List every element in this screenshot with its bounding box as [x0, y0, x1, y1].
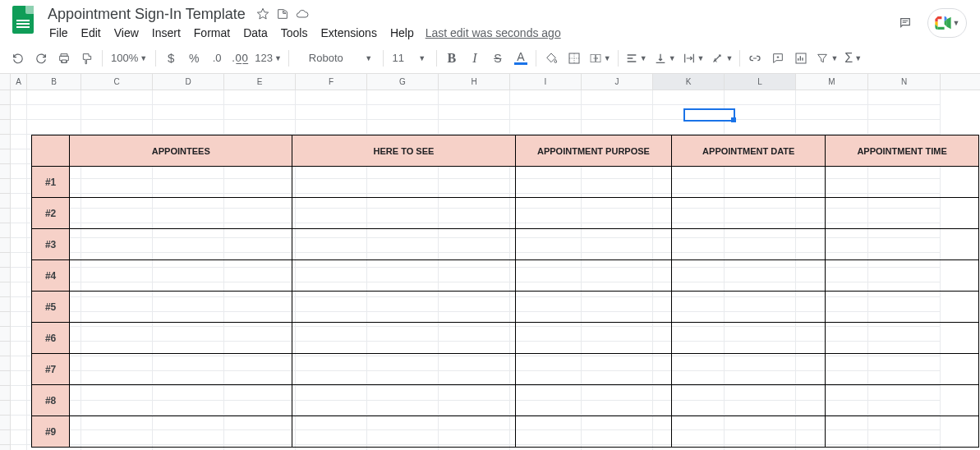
table-cell[interactable] [515, 354, 672, 385]
table-cell[interactable] [672, 167, 826, 198]
col-header-M[interactable]: M [796, 74, 868, 90]
row-header-16[interactable] [0, 312, 10, 327]
row-header-20[interactable] [0, 371, 10, 386]
menu-edit[interactable]: Edit [75, 23, 108, 43]
row-header-15[interactable] [0, 297, 10, 312]
table-cell[interactable] [515, 385, 672, 416]
menu-tools[interactable]: Tools [274, 23, 315, 43]
table-cell[interactable] [515, 260, 672, 292]
table-cell[interactable] [70, 323, 292, 354]
row-header-3[interactable] [0, 120, 10, 135]
currency-button[interactable]: $ [159, 48, 182, 69]
row-header-9[interactable] [0, 209, 10, 223]
meet-button[interactable]: ▼ [927, 8, 967, 38]
col-header-J[interactable]: J [582, 74, 653, 90]
table-cell[interactable] [292, 416, 515, 448]
row-header-6[interactable] [0, 164, 10, 179]
row-header-25[interactable] [0, 445, 10, 450]
col-header-F[interactable]: F [296, 74, 367, 90]
col-header-A[interactable]: A [11, 74, 27, 90]
star-icon[interactable] [255, 7, 270, 21]
table-cell[interactable] [70, 292, 292, 323]
redo-button[interactable] [30, 48, 53, 69]
table-cell[interactable] [515, 292, 672, 323]
col-header-K[interactable]: K [653, 74, 725, 90]
table-cell[interactable] [672, 198, 826, 229]
col-header-N[interactable]: N [868, 74, 941, 90]
col-header-G[interactable]: G [367, 74, 439, 90]
row-header-13[interactable] [0, 268, 10, 282]
table-cell[interactable] [672, 260, 826, 292]
row-header-24[interactable] [0, 430, 10, 445]
menu-format[interactable]: Format [187, 23, 237, 43]
strikethrough-button[interactable]: S [486, 48, 509, 69]
table-cell[interactable] [70, 229, 292, 260]
wrap-button[interactable]: ▼ [679, 48, 708, 69]
row-header-5[interactable] [0, 149, 10, 164]
row-header-23[interactable] [0, 416, 10, 430]
table-cell[interactable] [826, 260, 979, 292]
col-header-C[interactable]: C [81, 74, 153, 90]
select-all-corner[interactable] [0, 74, 11, 90]
table-cell[interactable] [70, 385, 292, 416]
table-cell[interactable] [826, 229, 979, 260]
fill-color-button[interactable] [540, 48, 563, 69]
percent-button[interactable]: % [182, 48, 205, 69]
comment-button[interactable] [766, 48, 789, 69]
col-header-H[interactable]: H [439, 74, 510, 90]
spreadsheet-canvas[interactable]: APPOINTEESHERE TO SEEAPPOINTMENT PURPOSE… [11, 90, 980, 450]
row-header-14[interactable] [0, 282, 10, 297]
table-cell[interactable] [70, 260, 292, 292]
italic-button[interactable]: I [463, 48, 486, 69]
document-title[interactable]: Appointment Sign-In Template [43, 4, 251, 25]
row-header-22[interactable] [0, 401, 10, 416]
zoom-select[interactable]: 100%▼ [106, 48, 152, 69]
decrease-decimal-button[interactable]: .0 [205, 48, 228, 69]
paint-format-button[interactable] [76, 48, 99, 69]
table-cell[interactable] [70, 198, 292, 229]
table-cell[interactable] [672, 416, 826, 448]
row-header-1[interactable] [0, 90, 10, 105]
cloud-icon[interactable] [295, 7, 310, 21]
col-header-B[interactable]: B [27, 74, 81, 90]
col-header-L[interactable]: L [725, 74, 796, 90]
table-cell[interactable] [292, 260, 515, 292]
row-header-10[interactable] [0, 223, 10, 238]
table-cell[interactable] [672, 292, 826, 323]
table-cell[interactable] [515, 229, 672, 260]
undo-button[interactable] [7, 48, 30, 69]
table-cell[interactable] [292, 292, 515, 323]
increase-decimal-button[interactable]: .0̲0̲ [228, 48, 251, 69]
table-cell[interactable] [292, 229, 515, 260]
row-header-18[interactable] [0, 342, 10, 356]
table-cell[interactable] [292, 385, 515, 416]
table-cell[interactable] [292, 323, 515, 354]
font-select[interactable]: Roboto [292, 48, 357, 69]
col-header-E[interactable]: E [224, 74, 296, 90]
halign-button[interactable]: ▼ [622, 48, 651, 69]
row-header-4[interactable] [0, 135, 10, 149]
menu-extensions[interactable]: Extensions [314, 23, 383, 43]
table-cell[interactable] [672, 229, 826, 260]
table-cell[interactable] [292, 198, 515, 229]
borders-button[interactable] [563, 48, 586, 69]
table-cell[interactable] [515, 323, 672, 354]
move-icon[interactable] [275, 7, 290, 21]
menu-insert[interactable]: Insert [145, 23, 187, 43]
number-format-select[interactable]: 123▼ [251, 48, 285, 69]
chart-button[interactable] [789, 48, 812, 69]
menu-view[interactable]: View [108, 23, 145, 43]
merge-button[interactable]: ▼ [586, 48, 614, 69]
table-cell[interactable] [672, 323, 826, 354]
table-cell[interactable] [826, 292, 979, 323]
table-cell[interactable] [672, 385, 826, 416]
row-header-12[interactable] [0, 253, 10, 268]
table-cell[interactable] [70, 416, 292, 448]
last-edit-link[interactable]: Last edit was seconds ago [426, 26, 561, 39]
table-cell[interactable] [515, 198, 672, 229]
table-cell[interactable] [70, 167, 292, 198]
print-button[interactable] [53, 48, 76, 69]
table-cell[interactable] [826, 323, 979, 354]
row-header-11[interactable] [0, 238, 10, 253]
table-cell[interactable] [826, 167, 979, 198]
